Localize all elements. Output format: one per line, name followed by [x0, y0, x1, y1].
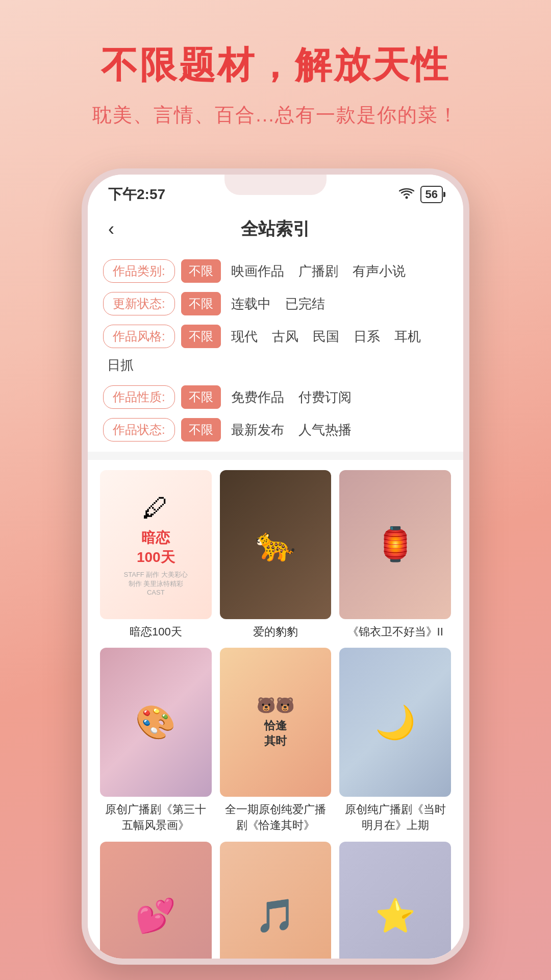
filter-active-nature[interactable]: 不限	[181, 385, 221, 409]
filter-option-ancient[interactable]: 古风	[268, 326, 303, 348]
filter-active-category[interactable]: 不限	[181, 259, 221, 283]
grid-title-2: 爱的豹豹	[220, 624, 332, 640]
filter-row-style: 作品风格: 不限 现代 古风 民国 日系 耳机 日抓	[103, 325, 448, 376]
grid-item-2[interactable]: 🐆 爱的豹豹	[220, 470, 332, 640]
filter-option-yinghua[interactable]: 映画作品	[227, 260, 288, 282]
page-header: ‹ 全站索引	[88, 209, 463, 249]
filter-row-status: 更新状态: 不限 连载中 已完结	[103, 292, 448, 315]
promo-section: 不限题材，解放天性 耽美、言情、百合...总有一款是你的菜！	[0, 0, 551, 149]
filter-option-paid[interactable]: 付费订阅	[294, 386, 356, 408]
thumb-jinyiwei: 🏮	[339, 470, 451, 619]
thumb-anliange: 🖊 暗恋100天 STAFF 副作 大美彩心制作 美里泳特精彩CAST	[100, 470, 212, 619]
filter-option-japanese[interactable]: 日系	[349, 326, 384, 348]
filter-option-earphone[interactable]: 耳机	[390, 326, 425, 348]
phone-screen: 下午2:57 56 ‹	[88, 175, 463, 959]
grid-title-4: 原创广播剧《第三十五幅风景画》	[100, 802, 212, 834]
thumb-qiafengqishi: 🐻🐻 恰逢 其时	[220, 648, 332, 797]
status-time: 下午2:57	[108, 185, 165, 204]
phone-container: 下午2:57 56 ‹	[82, 168, 469, 965]
filter-row-nature: 作品性质: 不限 免费作品 付费订阅	[103, 385, 448, 409]
grid-item-5[interactable]: 🐻🐻 恰逢 其时 全一期原创纯爱广播剧《恰逢其时》	[220, 648, 332, 833]
filter-label-style: 作品风格:	[103, 325, 175, 348]
filter-label-status: 更新状态:	[103, 292, 175, 315]
grid-item-4[interactable]: 🎨 原创广播剧《第三十五幅风景画》	[100, 648, 212, 833]
status-icons: 56	[399, 186, 443, 203]
grid-item-3[interactable]: 🏮 《锦衣卫不好当》II	[339, 470, 451, 640]
thumb-8: 🎵	[220, 842, 332, 959]
grid-title-1: 暗恋100天	[100, 624, 212, 640]
filter-active-state[interactable]: 不限	[181, 418, 221, 442]
grid-item-7[interactable]: 💕	[100, 842, 212, 959]
filter-option-popular[interactable]: 人气热播	[294, 419, 356, 441]
filter-option-guangbo[interactable]: 广播剧	[294, 260, 342, 282]
promo-subtitle: 耽美、言情、百合...总有一款是你的菜！	[20, 102, 531, 128]
thumb-7: 💕	[100, 842, 212, 959]
filter-active-style[interactable]: 不限	[181, 325, 221, 348]
filter-label-category: 作品类别:	[103, 259, 175, 283]
thumb-9: ⭐	[339, 842, 451, 959]
grid-title-6: 原创纯广播剧《当时明月在》上期	[339, 802, 451, 834]
filter-section: 作品类别: 不限 映画作品 广播剧 有声小说 更新状态: 不限 连载中 已完结 …	[88, 249, 463, 452]
filter-option-completed[interactable]: 已完结	[281, 293, 329, 315]
filter-active-status[interactable]: 不限	[181, 292, 221, 315]
grid-title-5: 全一期原创纯爱广播剧《恰逢其时》	[220, 802, 332, 834]
thumb-aidebaobao: 🐆	[220, 470, 332, 619]
filter-option-yousheng[interactable]: 有声小说	[348, 260, 410, 282]
phone-frame: 下午2:57 56 ‹	[82, 168, 469, 965]
filter-label-state: 作品状态:	[103, 418, 175, 442]
filter-option-minguo[interactable]: 民国	[309, 326, 343, 348]
grid-item-8[interactable]: 🎵	[220, 842, 332, 959]
back-button[interactable]: ‹	[108, 218, 114, 240]
promo-title: 不限题材，解放天性	[20, 41, 531, 90]
filter-option-serializing[interactable]: 连载中	[227, 293, 275, 315]
thumb-fengjinghua: 🎨	[100, 648, 212, 797]
section-divider	[88, 452, 463, 460]
filter-row-state: 作品状态: 不限 最新发布 人气热播	[103, 418, 448, 442]
filter-row-category: 作品类别: 不限 映画作品 广播剧 有声小说	[103, 259, 448, 283]
filter-option-newest[interactable]: 最新发布	[227, 419, 288, 441]
filter-option-free[interactable]: 免费作品	[227, 386, 288, 408]
battery-indicator: 56	[420, 186, 443, 203]
wifi-icon	[399, 187, 414, 202]
filter-option-rizhua[interactable]: 日抓	[103, 354, 138, 376]
content-grid: 🖊 暗恋100天 STAFF 副作 大美彩心制作 美里泳特精彩CAST 暗恋10…	[100, 470, 451, 959]
svg-point-0	[405, 197, 408, 199]
content-scroll[interactable]: 🖊 暗恋100天 STAFF 副作 大美彩心制作 美里泳特精彩CAST 暗恋10…	[88, 460, 463, 959]
page-title: 全站索引	[241, 217, 310, 241]
grid-item-6[interactable]: 🌙 原创纯广播剧《当时明月在》上期	[339, 648, 451, 833]
phone-notch	[224, 175, 327, 195]
thumb-dangshingyuezai: 🌙	[339, 648, 451, 797]
filter-label-nature: 作品性质:	[103, 385, 175, 409]
filter-option-modern[interactable]: 现代	[227, 326, 262, 348]
grid-title-3: 《锦衣卫不好当》II	[339, 624, 451, 640]
grid-item-9[interactable]: ⭐	[339, 842, 451, 959]
grid-item-1[interactable]: 🖊 暗恋100天 STAFF 副作 大美彩心制作 美里泳特精彩CAST 暗恋10…	[100, 470, 212, 640]
